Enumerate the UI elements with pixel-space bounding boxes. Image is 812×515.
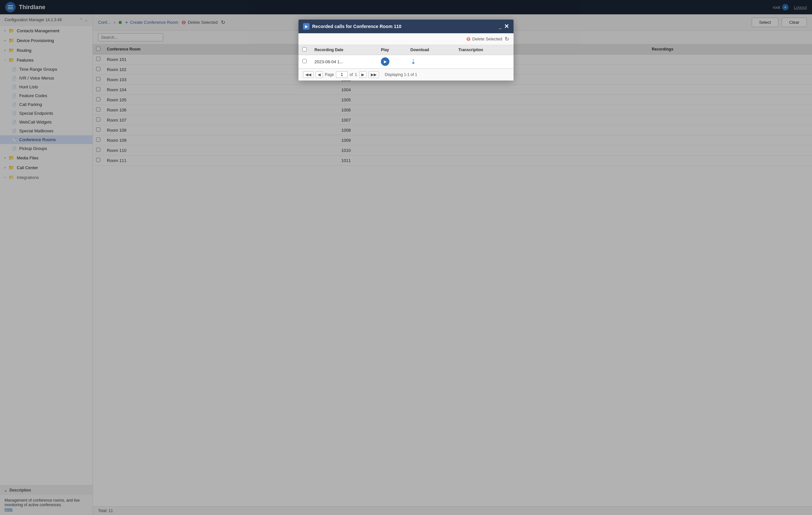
table-row: 2023-08-04 1... ▶ ⇣ [298, 55, 514, 68]
next-page-button[interactable]: ▶ [359, 71, 367, 78]
play-cell: ▶ [377, 55, 407, 68]
transcription-cell [455, 55, 514, 68]
modal-select-all-checkbox[interactable] [302, 47, 307, 52]
modal-footer: ◀◀ ◀ Page of 1 ▶ ▶▶ Displaying 1-1 of 1 [298, 68, 514, 81]
modal-header-left: ▶ Recorded calls for Conference Room 110 [303, 23, 401, 30]
recording-date: 2023-08-04 1... [311, 55, 377, 68]
modal-header-right: ⎯ ✕ [499, 23, 509, 30]
download-button[interactable]: ⇣ [411, 58, 416, 65]
modal-table-container: Recording Date Play Download Transcripti… [298, 45, 514, 68]
modal-header-checkbox-cell [298, 45, 311, 55]
row-checkbox[interactable] [302, 59, 307, 63]
page-of-label: of [350, 73, 353, 77]
row-checkbox-cell [298, 55, 311, 68]
modal-overlay: ▶ Recorded calls for Conference Room 110… [0, 0, 812, 515]
col-recording-date: Recording Date [311, 45, 377, 55]
first-page-button[interactable]: ◀◀ [303, 71, 314, 78]
col-play: Play [377, 45, 407, 55]
modal-title: Recorded calls for Conference Room 110 [312, 24, 401, 29]
displaying-label: Displaying 1-1 of 1 [385, 73, 417, 77]
modal-minimize-button[interactable]: ⎯ [499, 24, 501, 29]
modal-title-icon: ▶ [303, 23, 310, 30]
col-transcription: Transcription [455, 45, 514, 55]
page-label: Page [325, 73, 334, 77]
page-input[interactable] [336, 71, 348, 78]
play-button[interactable]: ▶ [381, 57, 389, 66]
col-download: Download [407, 45, 455, 55]
recordings-table: Recording Date Play Download Transcripti… [298, 45, 514, 68]
modal-refresh-button[interactable]: ↻ [505, 36, 509, 42]
page-total: 1 [355, 73, 357, 77]
last-page-button[interactable]: ▶▶ [369, 71, 379, 78]
recordings-modal: ▶ Recorded calls for Conference Room 110… [298, 20, 514, 81]
modal-toolbar: ⊖ Delete Selected ↻ [298, 33, 514, 45]
modal-delete-button[interactable]: ⊖ Delete Selected [466, 36, 502, 42]
modal-header: ▶ Recorded calls for Conference Room 110… [298, 20, 514, 33]
prev-page-button[interactable]: ◀ [315, 71, 323, 78]
download-cell: ⇣ [407, 55, 455, 68]
minus-circle-icon: ⊖ [466, 36, 470, 42]
modal-close-button[interactable]: ✕ [504, 23, 509, 30]
